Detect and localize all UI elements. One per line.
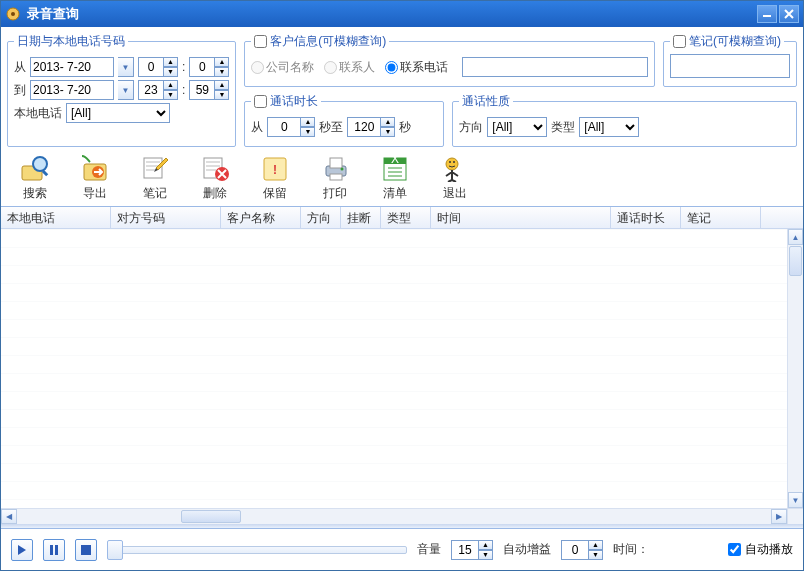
gain-input[interactable] <box>561 540 589 560</box>
hscroll-thumb[interactable] <box>181 510 241 523</box>
radio-company[interactable]: 公司名称 <box>251 59 314 76</box>
direction-select[interactable]: [All] <box>487 117 547 137</box>
scroll-up-button[interactable]: ▲ <box>788 229 803 245</box>
svg-point-22 <box>453 161 455 163</box>
time-label: 时间： <box>613 541 649 558</box>
print-icon <box>319 153 351 183</box>
hour-from-up[interactable]: ▲ <box>164 57 178 67</box>
progress-slider[interactable] <box>107 541 407 559</box>
column-header[interactable]: 笔记 <box>681 207 761 228</box>
volume-down[interactable]: ▼ <box>479 550 493 560</box>
play-button[interactable] <box>11 539 33 561</box>
minimize-button[interactable] <box>757 5 777 23</box>
min-to-input[interactable] <box>189 80 215 100</box>
progress-thumb[interactable] <box>107 540 123 560</box>
column-header[interactable]: 本地电话 <box>1 207 111 228</box>
date-from-input[interactable] <box>30 57 114 77</box>
window-title: 录音查询 <box>27 5 755 23</box>
dur-from-input[interactable] <box>267 117 301 137</box>
titlebar: 录音查询 <box>1 1 803 27</box>
customer-legend: 客户信息(可模糊查询) <box>251 33 389 50</box>
customer-input[interactable] <box>462 57 648 77</box>
svg-rect-2 <box>763 15 771 17</box>
gain-up[interactable]: ▲ <box>589 540 603 550</box>
duration-group: 通话时长 从 ▲▼ 秒至 ▲▼ 秒 <box>244 93 444 147</box>
min-from-down[interactable]: ▼ <box>215 67 229 77</box>
horizontal-scrollbar[interactable]: ◀ ▶ <box>1 508 803 524</box>
min-to-down[interactable]: ▼ <box>215 90 229 100</box>
delete-button[interactable]: 删除 <box>189 151 241 204</box>
pause-button[interactable] <box>43 539 65 561</box>
autoplay-toggle[interactable]: 自动播放 <box>728 541 793 558</box>
hour-to-down[interactable]: ▼ <box>164 90 178 100</box>
keep-button[interactable]: !保留 <box>249 151 301 204</box>
column-header[interactable]: 方向 <box>301 207 341 228</box>
duration-checkbox[interactable] <box>254 95 267 108</box>
hour-to-input[interactable] <box>138 80 164 100</box>
volume-input[interactable] <box>451 540 479 560</box>
min-to-up[interactable]: ▲ <box>215 80 229 90</box>
hour-from-down[interactable]: ▼ <box>164 67 178 77</box>
colon-label-2: : <box>182 83 185 97</box>
autoplay-checkbox[interactable] <box>728 543 741 556</box>
column-header[interactable]: 对方号码 <box>111 207 221 228</box>
dur-sec-to-label: 秒至 <box>319 119 343 136</box>
exit-button[interactable]: 退出 <box>429 151 481 204</box>
gain-down[interactable]: ▼ <box>589 550 603 560</box>
export-button[interactable]: 导出 <box>69 151 121 204</box>
search-button[interactable]: 搜索 <box>9 151 61 204</box>
close-button[interactable] <box>779 5 799 23</box>
svg-point-21 <box>449 161 451 163</box>
stop-button[interactable] <box>75 539 97 561</box>
date-to-dropdown[interactable]: ▼ <box>118 80 134 100</box>
radio-tel[interactable]: 联系电话 <box>385 59 448 76</box>
type-select[interactable]: [All] <box>579 117 639 137</box>
svg-text:X: X <box>391 154 399 166</box>
column-header[interactable]: 时间 <box>431 207 611 228</box>
nature-legend: 通话性质 <box>459 93 513 110</box>
scroll-right-button[interactable]: ▶ <box>771 509 787 524</box>
player-bar: 音量 ▲▼ 自动增益 ▲▼ 时间： 自动播放 <box>1 528 803 570</box>
delete-icon <box>199 153 231 183</box>
dur-from-up[interactable]: ▲ <box>301 117 315 127</box>
date-from-dropdown[interactable]: ▼ <box>118 57 134 77</box>
volume-up[interactable]: ▲ <box>479 540 493 550</box>
date-phone-group: 日期与本地电话号码 从 ▼ ▲▼ : ▲▼ 到 ▼ ▲▼ : ▲▼ 本地电话 [… <box>7 33 236 147</box>
column-header[interactable]: 客户名称 <box>221 207 301 228</box>
filter-panel: 日期与本地电话号码 从 ▼ ▲▼ : ▲▼ 到 ▼ ▲▼ : ▲▼ 本地电话 [… <box>1 27 803 147</box>
radio-contact[interactable]: 联系人 <box>324 59 375 76</box>
scroll-left-button[interactable]: ◀ <box>1 509 17 524</box>
column-header[interactable]: 通话时长 <box>611 207 681 228</box>
notes-button[interactable]: 笔记 <box>129 151 181 204</box>
dur-from-down[interactable]: ▼ <box>301 127 315 137</box>
svg-rect-24 <box>55 545 58 555</box>
hour-to-up[interactable]: ▲ <box>164 80 178 90</box>
local-phone-select[interactable]: [All] <box>66 103 170 123</box>
min-from-input[interactable] <box>189 57 215 77</box>
dur-to-down[interactable]: ▼ <box>381 127 395 137</box>
svg-point-20 <box>446 158 458 170</box>
dur-to-up[interactable]: ▲ <box>381 117 395 127</box>
exit-icon <box>439 153 471 183</box>
vertical-scrollbar[interactable]: ▲ ▼ <box>787 229 803 508</box>
column-header[interactable]: 类型 <box>381 207 431 228</box>
min-from-up[interactable]: ▲ <box>215 57 229 67</box>
print-button[interactable]: 打印 <box>309 151 361 204</box>
customer-checkbox[interactable] <box>254 35 267 48</box>
type-label: 类型 <box>551 119 575 136</box>
table-body[interactable]: ▲ ▼ <box>1 229 803 508</box>
scroll-down-button[interactable]: ▼ <box>788 492 803 508</box>
vscroll-thumb[interactable] <box>789 246 802 276</box>
export-icon <box>79 153 111 183</box>
column-header[interactable]: 挂断 <box>341 207 381 228</box>
dur-to-input[interactable] <box>347 117 381 137</box>
date-to-input[interactable] <box>30 80 114 100</box>
svg-rect-25 <box>81 545 91 555</box>
list-button[interactable]: X清单 <box>369 151 421 204</box>
notes-checkbox[interactable] <box>673 35 686 48</box>
notes-input[interactable] <box>670 54 790 78</box>
notes-legend: 笔记(可模糊查询) <box>670 33 784 50</box>
hour-from-input[interactable] <box>138 57 164 77</box>
volume-label: 音量 <box>417 541 441 558</box>
search-icon <box>19 153 51 183</box>
